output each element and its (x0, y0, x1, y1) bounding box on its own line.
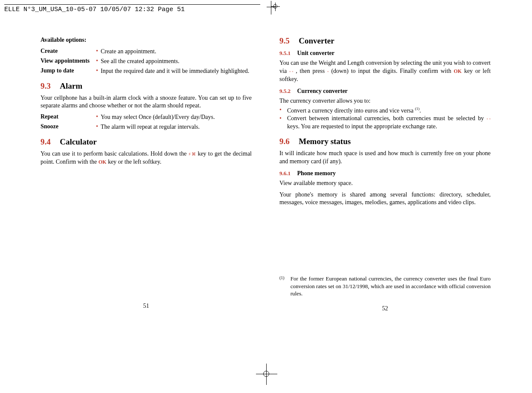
bullet-icon: • (96, 58, 98, 64)
section-title: Converter (299, 36, 334, 45)
page-spread: Available options: Create • Create an ap… (41, 36, 491, 312)
subsection-title: Phone memory (297, 170, 336, 176)
text: You can use it to perform basic calculat… (41, 150, 189, 157)
section-number: 9.5 (279, 36, 290, 45)
text: , then press (296, 68, 327, 74)
subsection-9-5-1-heading: 9.5.1 Unit converter (279, 50, 491, 57)
bullet-item: • Convert between international currenci… (279, 115, 491, 131)
alarm-paragraph: Your cellphone has a built-in alarm cloc… (41, 94, 252, 110)
bullet-text: Convert between international currencies… (287, 115, 491, 131)
option-desc: Create an appointment. (101, 48, 252, 56)
alarm-options: Repeat • You may select Once (default)/E… (41, 113, 252, 131)
option-label: Snooze (41, 123, 96, 130)
bullet-icon: • (96, 48, 98, 55)
subsection-number: 9.5.1 (279, 50, 291, 56)
page-left: Available options: Create • Create an ap… (41, 36, 252, 312)
text: Convert between international currencies… (287, 115, 486, 121)
section-title: Calculator (60, 137, 97, 146)
footnote: (1) For the former European national cur… (279, 275, 491, 298)
option-row: Repeat • You may select Once (default)/E… (41, 113, 252, 121)
nav-keys-icon: ◦ ◦ (289, 69, 294, 75)
registration-mark-bottom (263, 371, 269, 377)
subsection-9-5-2-heading: 9.5.2 Currency converter (279, 88, 491, 95)
bullet-icon: • (96, 67, 98, 74)
ok-key-icon: OK (99, 159, 107, 165)
section-9-3-heading: 9.3 Alarm (41, 81, 252, 91)
option-row: Snooze • The alarm will repeat at regula… (41, 123, 252, 131)
option-label: Repeat (41, 113, 96, 120)
bullet-icon: • (96, 123, 98, 130)
footnote-text: For the former European national currenc… (291, 275, 491, 298)
option-desc: See all the created appointments. (101, 58, 252, 66)
text: Convert a currency directly into euros a… (287, 107, 415, 113)
section-title: Alarm (60, 81, 82, 90)
option-row: View appointments • See all the created … (41, 58, 252, 66)
subsection-number: 9.5.2 (279, 88, 291, 94)
option-label: Jump to date (41, 67, 96, 74)
ok-key-icon: OK (454, 68, 462, 74)
section-9-6-heading: 9.6 Memory status (279, 137, 491, 146)
subsection-title: Unit converter (297, 50, 334, 56)
page-number-left: 51 (41, 303, 252, 309)
section-9-5-heading: 9.5 Converter (279, 36, 491, 46)
memory-paragraph: It will indicate how much space is used … (279, 150, 491, 166)
calculator-paragraph: You can use it to perform basic calculat… (41, 150, 252, 166)
bullet-icon: • (279, 115, 287, 123)
footnote-ref: (1) (415, 107, 420, 111)
option-label: Create (41, 48, 96, 55)
text: keys. You are requested to input the app… (287, 123, 437, 130)
subsection-title: Currency converter (297, 88, 348, 94)
bullet-icon: • (96, 113, 98, 120)
option-label: View appointments (41, 58, 96, 64)
bullet-item: • Convert a currency directly into euros… (279, 106, 491, 115)
phone-memory-p2: Your phone's memory is shared among seve… (279, 191, 491, 207)
subsection-number: 9.6.1 (279, 170, 291, 176)
option-desc: Input the required date and it will be i… (101, 67, 252, 75)
bullet-icon: • (279, 106, 287, 114)
footnote-marker: (1) (279, 275, 285, 298)
available-options-heading: Available options: (41, 36, 252, 44)
phone-memory-p1: View available memory space. (279, 179, 491, 188)
page-right: 9.5 Converter 9.5.1 Unit converter You c… (279, 36, 491, 312)
option-desc: You may select Once (default)/Every day/… (101, 113, 252, 121)
currency-intro: The currency converter allows you to: (279, 97, 491, 105)
registration-mark-top (273, 4, 277, 9)
hash-key-icon: ♯ ⌘ (189, 151, 196, 157)
unit-converter-paragraph: You can use the Weight and Length conver… (279, 59, 491, 84)
bullet-text: Convert a currency directly into euros a… (287, 106, 491, 115)
section-9-4-heading: 9.4 Calculator (41, 137, 252, 147)
section-number: 9.6 (279, 137, 290, 146)
subsection-9-6-1-heading: 9.6.1 Phone memory (279, 170, 491, 177)
down-key-icon: ◦ (327, 69, 329, 75)
options-table: Create • Create an appointment. View app… (41, 48, 252, 75)
option-row: Create • Create an appointment. (41, 48, 252, 56)
text: key or the left softkey. (108, 159, 161, 165)
nav-keys-icon: ◦ ◦ (486, 116, 491, 122)
text: (down) to input the digits. Finally conf… (331, 68, 454, 74)
option-row: Jump to date • Input the required date a… (41, 67, 252, 75)
currency-bullets: • Convert a currency directly into euros… (279, 106, 491, 131)
option-desc: The alarm will repeat at regular interva… (101, 123, 252, 131)
section-title: Memory status (299, 137, 351, 146)
text: . (419, 107, 421, 113)
page-number-right: 52 (279, 305, 491, 312)
print-header: ELLE N°3_UM_USA_10-05-07 10/05/07 12:32 … (4, 4, 260, 13)
section-number: 9.3 (41, 81, 51, 90)
section-number: 9.4 (41, 137, 51, 146)
